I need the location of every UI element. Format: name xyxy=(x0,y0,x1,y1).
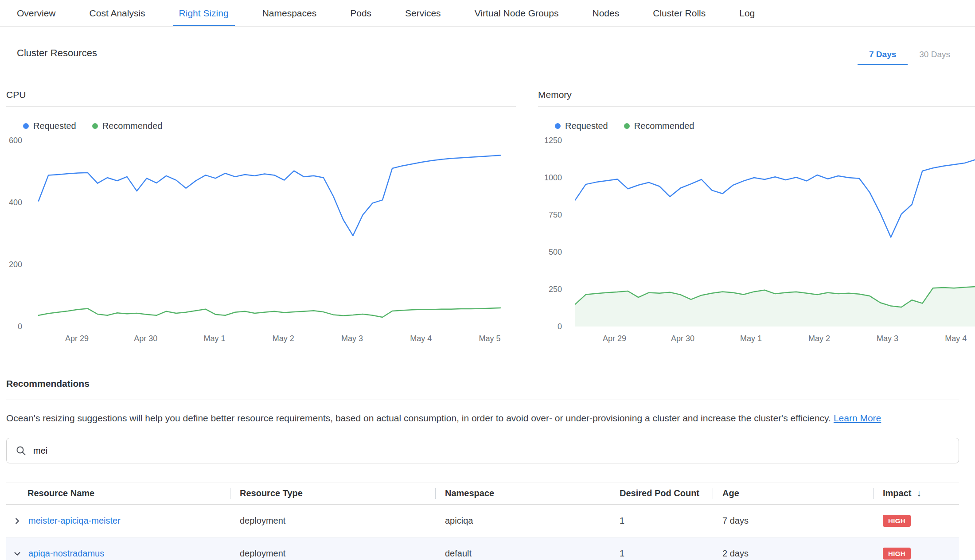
x-tick-label: Apr 29 xyxy=(603,334,626,343)
legend-dot xyxy=(92,123,98,129)
expand-chevron-icon[interactable] xyxy=(12,516,22,526)
legend-label: Requested xyxy=(33,121,76,131)
x-tick-label: May 3 xyxy=(341,334,363,343)
x-tick-label: May 2 xyxy=(273,334,294,343)
column-header-namespace[interactable]: Namespace xyxy=(435,482,610,504)
recommended-area xyxy=(575,287,975,327)
namespace-cell: apiciqa xyxy=(435,505,610,537)
x-tick-label: May 2 xyxy=(808,334,830,343)
memory-chart: MemoryRequestedRecommended02505007501000… xyxy=(538,89,975,346)
y-tick-label: 250 xyxy=(549,285,562,294)
age-cell: 2 days xyxy=(713,537,873,560)
column-header-label: Impact xyxy=(883,488,911,498)
tab-cost-analysis[interactable]: Cost Analysis xyxy=(83,0,152,26)
top-tab-bar: OverviewCost AnalysisRight SizingNamespa… xyxy=(0,0,975,27)
tab-namespaces[interactable]: Namespaces xyxy=(256,0,323,26)
column-header-label: Desired Pod Count xyxy=(620,488,699,498)
y-tick-label: 0 xyxy=(558,322,562,331)
y-tick-label: 1250 xyxy=(544,136,562,145)
y-tick-label: 200 xyxy=(9,260,22,269)
tab-pods[interactable]: Pods xyxy=(344,0,378,26)
y-tick-label: 500 xyxy=(549,248,562,257)
cpu-chart: CPURequestedRecommended0200400600Apr 29A… xyxy=(6,89,516,346)
x-tick-label: Apr 30 xyxy=(671,334,694,343)
range-30-days[interactable]: 30 Days xyxy=(908,50,962,65)
table-body: meister-apiciqa-meisterdeploymentapiciqa… xyxy=(6,505,959,560)
legend-item-requested[interactable]: Requested xyxy=(23,121,76,131)
column-header-label: Namespace xyxy=(445,488,494,498)
tab-virtual-node-groups[interactable]: Virtual Node Groups xyxy=(468,0,565,26)
table-row: apiqa-nostradamusdeploymentdefault12 day… xyxy=(6,537,959,560)
y-tick-label: 0 xyxy=(18,322,22,331)
column-header-desired-pod-count[interactable]: Desired Pod Count xyxy=(610,482,713,504)
x-tick-label: May 1 xyxy=(740,334,762,343)
x-tick-label: May 1 xyxy=(203,334,225,343)
learn-more-link[interactable]: Learn More xyxy=(834,413,881,423)
desired-pod-count-cell: 1 xyxy=(610,505,713,537)
resource-name-link[interactable]: apiqa-nostradamus xyxy=(28,548,104,559)
x-tick-label: May 5 xyxy=(479,334,500,343)
legend-label: Requested xyxy=(565,121,608,131)
y-tick-label: 600 xyxy=(9,136,22,145)
resource-type-cell: deployment xyxy=(230,505,435,537)
tab-services[interactable]: Services xyxy=(399,0,447,26)
x-tick-label: Apr 30 xyxy=(134,334,157,343)
x-tick-label: Apr 29 xyxy=(65,334,89,343)
recommendations-header: Recommendations xyxy=(6,378,959,400)
range-7-days[interactable]: 7 Days xyxy=(858,50,908,65)
search-input[interactable] xyxy=(32,445,950,456)
description-text: Ocean's resizing suggestions will help y… xyxy=(6,413,831,423)
search-box[interactable] xyxy=(6,438,959,463)
resource-name-cell: apiqa-nostradamus xyxy=(6,537,230,560)
column-header-resource-type[interactable]: Resource Type xyxy=(230,482,435,504)
impact-badge: HIGH xyxy=(883,515,911,527)
tab-nodes[interactable]: Nodes xyxy=(586,0,626,26)
search-icon xyxy=(16,445,26,456)
resource-name-cell: meister-apiciqa-meister xyxy=(6,505,230,537)
table-row: meister-apiciqa-meisterdeploymentapiciqa… xyxy=(6,505,959,537)
chart-legend: RequestedRecommended xyxy=(23,121,516,131)
impact-badge: HIGH xyxy=(883,548,911,560)
impact-cell: HIGH xyxy=(873,537,959,560)
cluster-resources-header: Cluster Resources 7 Days30 Days xyxy=(0,27,975,68)
y-tick-label: 400 xyxy=(9,198,22,207)
charts-section: CPURequestedRecommended0200400600Apr 29A… xyxy=(0,68,975,346)
legend-dot xyxy=(555,123,561,129)
impact-cell: HIGH xyxy=(873,505,959,537)
legend-item-requested[interactable]: Requested xyxy=(555,121,608,131)
column-header-label: Age xyxy=(722,488,739,498)
chart-legend: RequestedRecommended xyxy=(555,121,975,131)
tab-overview[interactable]: Overview xyxy=(11,0,62,26)
recommendations-section: Recommendations Ocean's resizing suggest… xyxy=(0,378,975,560)
column-header-label: Resource Name xyxy=(27,488,94,498)
column-header-resource-name[interactable]: Resource Name xyxy=(6,482,230,504)
legend-item-recommended[interactable]: Recommended xyxy=(624,121,694,131)
memory-chart-canvas: 025050075010001250Apr 29Apr 30May 1May 2… xyxy=(538,134,975,346)
legend-dot xyxy=(624,123,630,129)
cpu-chart-title: CPU xyxy=(6,89,516,107)
column-header-label: Resource Type xyxy=(240,488,303,498)
y-tick-label: 1000 xyxy=(544,173,562,182)
x-tick-label: May 4 xyxy=(945,334,967,343)
tab-right-sizing[interactable]: Right Sizing xyxy=(173,0,235,26)
x-tick-label: May 4 xyxy=(410,334,432,343)
resource-type-cell: deployment xyxy=(230,537,435,560)
legend-item-recommended[interactable]: Recommended xyxy=(92,121,163,131)
collapse-chevron-icon[interactable] xyxy=(12,549,22,559)
table-header: Resource NameResource TypeNamespaceDesir… xyxy=(6,482,959,505)
sort-desc-icon[interactable]: ↓ xyxy=(916,488,921,498)
requested-line xyxy=(575,160,975,237)
recommended-line xyxy=(39,308,500,317)
column-header-age[interactable]: Age xyxy=(713,482,873,504)
column-header-impact[interactable]: Impact↓ xyxy=(873,482,959,504)
requested-line xyxy=(39,156,500,236)
time-range-toggle: 7 Days30 Days xyxy=(858,50,962,65)
desired-pod-count-cell: 1 xyxy=(610,537,713,560)
resource-name-link[interactable]: meister-apiciqa-meister xyxy=(28,516,121,526)
tab-log[interactable]: Log xyxy=(733,0,761,26)
memory-chart-title: Memory xyxy=(538,89,975,107)
tab-cluster-rolls[interactable]: Cluster Rolls xyxy=(647,0,712,26)
y-tick-label: 750 xyxy=(549,210,562,219)
legend-dot xyxy=(23,123,29,129)
age-cell: 7 days xyxy=(713,505,873,537)
